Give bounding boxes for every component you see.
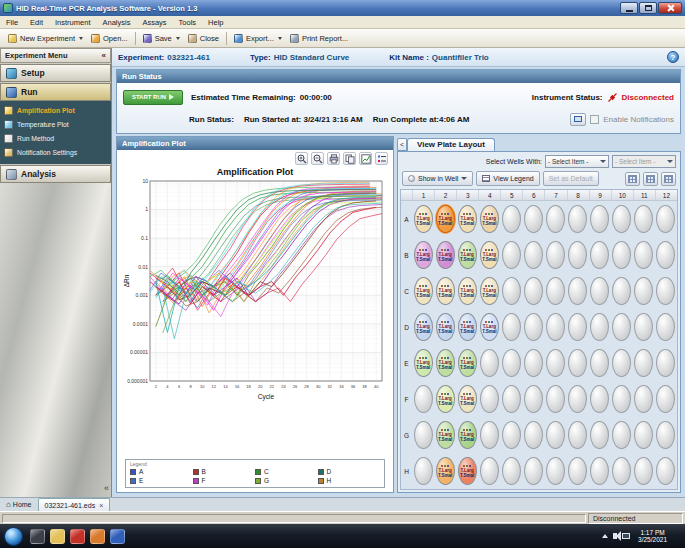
- well-G3[interactable]: T.LargT.Smal: [458, 421, 477, 449]
- well-F12[interactable]: [656, 385, 675, 413]
- sidebar-item-amplification-plot[interactable]: Amplification Plot: [0, 104, 111, 117]
- well-D7[interactable]: [546, 313, 565, 341]
- start-button[interactable]: [4, 527, 23, 546]
- well-E8[interactable]: [568, 349, 587, 377]
- menu-edit[interactable]: Edit: [24, 18, 49, 27]
- well-F2[interactable]: T.LargT.Smal: [436, 385, 455, 413]
- well-A9[interactable]: [590, 205, 609, 233]
- set-as-default-button[interactable]: Set as Default: [543, 171, 599, 186]
- well-A3[interactable]: T.LargT.Smal: [458, 205, 477, 233]
- well-E2[interactable]: T.LargT.Smal: [436, 349, 455, 377]
- well-E6[interactable]: [524, 349, 543, 377]
- well-A1[interactable]: T.LargT.Smal: [414, 205, 433, 233]
- well-D8[interactable]: [568, 313, 587, 341]
- enable-notifications-checkbox[interactable]: [590, 115, 599, 124]
- well-G6[interactable]: [524, 421, 543, 449]
- well-G1[interactable]: [414, 421, 433, 449]
- menu-assays[interactable]: Assays: [136, 18, 172, 27]
- toolbar-close-file[interactable]: Close: [184, 32, 223, 45]
- taskbar-app-dark[interactable]: [30, 529, 45, 544]
- well-G11[interactable]: [634, 421, 653, 449]
- well-H1[interactable]: [414, 457, 433, 485]
- close-button[interactable]: [658, 2, 682, 14]
- well-D4[interactable]: T.LargT.Smal: [480, 313, 499, 341]
- well-B6[interactable]: [524, 241, 543, 269]
- well-D1[interactable]: T.LargT.Smal: [414, 313, 433, 341]
- select-wells-dropdown-1[interactable]: - Select Item -: [545, 155, 609, 168]
- tray-expand-icon[interactable]: [602, 534, 608, 538]
- well-G9[interactable]: [590, 421, 609, 449]
- amplification-chart[interactable]: 2468101214161820222426283032343638401010…: [117, 177, 393, 458]
- well-B3[interactable]: T.LargT.Smal: [458, 241, 477, 269]
- toolbar-new-experiment[interactable]: New Experiment: [4, 32, 87, 45]
- well-B2[interactable]: T.LargT.Smal: [436, 241, 455, 269]
- start-run-button[interactable]: START RUN: [123, 90, 183, 105]
- well-A5[interactable]: [502, 205, 521, 233]
- notifications-icon-button[interactable]: [570, 113, 586, 126]
- sidebar-collapse-button[interactable]: «: [102, 51, 106, 60]
- toolbar-save[interactable]: Save: [139, 32, 184, 45]
- well-D5[interactable]: [502, 313, 521, 341]
- well-F4[interactable]: [480, 385, 499, 413]
- well-D9[interactable]: [590, 313, 609, 341]
- well-A8[interactable]: [568, 205, 587, 233]
- well-B12[interactable]: [656, 241, 675, 269]
- well-D12[interactable]: [656, 313, 675, 341]
- well-D10[interactable]: [612, 313, 631, 341]
- menu-instrument[interactable]: Instrument: [49, 18, 96, 27]
- well-A6[interactable]: [524, 205, 543, 233]
- well-G8[interactable]: [568, 421, 587, 449]
- zoom-in-button[interactable]: [295, 152, 308, 165]
- well-H7[interactable]: [546, 457, 565, 485]
- sidebar-collapse-bottom[interactable]: «: [104, 483, 109, 493]
- well-G5[interactable]: [502, 421, 521, 449]
- well-E5[interactable]: [502, 349, 521, 377]
- well-D6[interactable]: [524, 313, 543, 341]
- well-C7[interactable]: [546, 277, 565, 305]
- well-E9[interactable]: [590, 349, 609, 377]
- select-wells-dropdown-2[interactable]: - Select Item -: [612, 155, 676, 168]
- well-H5[interactable]: [502, 457, 521, 485]
- toolbar-export[interactable]: Export...: [230, 32, 286, 45]
- well-H2[interactable]: T.LargT.Smal: [436, 457, 455, 485]
- network-icon[interactable]: [622, 533, 630, 539]
- well-H9[interactable]: [590, 457, 609, 485]
- well-E12[interactable]: [656, 349, 675, 377]
- well-B5[interactable]: [502, 241, 521, 269]
- help-button[interactable]: ?: [667, 51, 679, 63]
- menu-file[interactable]: File: [0, 18, 24, 27]
- well-B11[interactable]: [634, 241, 653, 269]
- well-C11[interactable]: [634, 277, 653, 305]
- well-G7[interactable]: [546, 421, 565, 449]
- well-H3[interactable]: T.LargT.Smal: [458, 457, 477, 485]
- well-B9[interactable]: [590, 241, 609, 269]
- sidebar-section-run[interactable]: Run: [0, 83, 111, 101]
- well-H10[interactable]: [612, 457, 631, 485]
- well-C10[interactable]: [612, 277, 631, 305]
- well-C9[interactable]: [590, 277, 609, 305]
- well-E11[interactable]: [634, 349, 653, 377]
- well-C2[interactable]: T.LargT.Smal: [436, 277, 455, 305]
- well-D3[interactable]: T.LargT.Smal: [458, 313, 477, 341]
- well-C12[interactable]: [656, 277, 675, 305]
- well-B4[interactable]: T.LargT.Smal: [480, 241, 499, 269]
- well-E1[interactable]: T.LargT.Smal: [414, 349, 433, 377]
- well-D11[interactable]: [634, 313, 653, 341]
- tab-experiment-file[interactable]: 032321-461.eds ×: [38, 498, 111, 511]
- minimize-button[interactable]: [620, 2, 638, 14]
- well-F8[interactable]: [568, 385, 587, 413]
- well-C4[interactable]: T.LargT.Smal: [480, 277, 499, 305]
- well-C5[interactable]: [502, 277, 521, 305]
- toolbar-print-report[interactable]: Print Report...: [286, 32, 352, 45]
- taskbar-app-orange[interactable]: [90, 529, 105, 544]
- well-A2[interactable]: T.LargT.Smal: [436, 205, 455, 233]
- sidebar-section-setup[interactable]: Setup: [0, 64, 111, 82]
- taskbar-app-blue[interactable]: [110, 529, 125, 544]
- well-A11[interactable]: [634, 205, 653, 233]
- well-B7[interactable]: [546, 241, 565, 269]
- menu-analysis[interactable]: Analysis: [96, 18, 136, 27]
- well-B8[interactable]: [568, 241, 587, 269]
- well-C1[interactable]: T.LargT.Smal: [414, 277, 433, 305]
- well-G12[interactable]: [656, 421, 675, 449]
- menu-help[interactable]: Help: [202, 18, 229, 27]
